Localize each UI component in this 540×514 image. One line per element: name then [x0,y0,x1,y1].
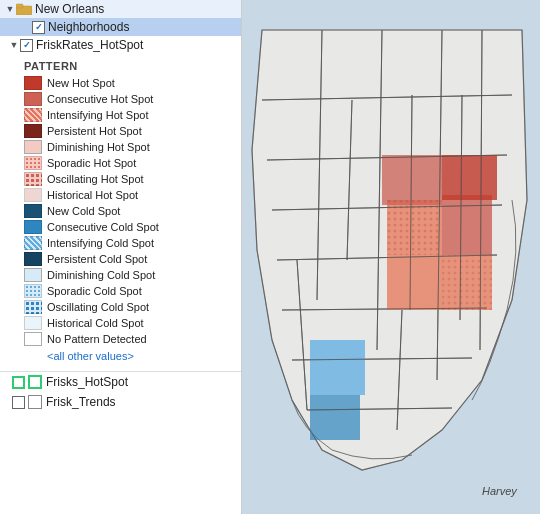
swatch-oscillating-cold [24,300,42,314]
label-historical-cold: Historical Cold Spot [47,317,144,329]
svg-rect-23 [382,155,442,205]
checkbox-neighborhoods[interactable] [32,21,45,34]
svg-rect-26 [442,255,492,310]
toggle-neighborhoods[interactable] [20,21,32,33]
swatch-diminishing-cold [24,268,42,282]
label-sporadic-cold: Sporadic Cold Spot [47,285,142,297]
frisk-trends-icon [28,395,42,409]
label-persistent-cold: Persistent Cold Spot [47,253,147,265]
legend-intensifying-cold: Intensifying Cold Spot [24,235,233,251]
neighborhoods-label: Neighborhoods [48,20,129,34]
frisks-hotspot-label: Frisks_HotSpot [46,375,128,389]
legend-diminishing-hot: Diminishing Hot Spot [24,139,233,155]
label-new-cold: New Cold Spot [47,205,120,217]
swatch-persistent-cold [24,252,42,266]
svg-rect-1 [16,4,23,8]
toggle-new-orleans[interactable]: ▼ [4,3,16,15]
layer-panel[interactable]: ▼ New Orleans Neighborhoods ▼ FriskRates… [0,0,242,514]
svg-rect-24 [442,155,497,200]
svg-rect-21 [387,255,442,310]
legend-sporadic-hot: Sporadic Hot Spot [24,155,233,171]
frisk-trends-label: Frisk_Trends [46,395,116,409]
legend-historical-hot: Historical Hot Spot [24,187,233,203]
swatch-consecutive-hot [24,92,42,106]
toggle-friskrates[interactable]: ▼ [8,39,20,51]
checkbox-frisk-trends[interactable] [12,396,25,409]
svg-rect-25 [387,200,442,255]
svg-rect-28 [310,395,360,440]
swatch-intensifying-hot [24,108,42,122]
tree-item-friskrates[interactable]: ▼ FriskRates_HotSpot [0,36,241,54]
label-consecutive-cold: Consecutive Cold Spot [47,221,159,233]
swatch-diminishing-hot [24,140,42,154]
svg-text:Harvey: Harvey [482,485,518,497]
tree-item-frisks-hotspot[interactable]: Frisks_HotSpot [0,372,241,392]
label-no-pattern: No Pattern Detected [47,333,147,345]
map-svg: Harvey [242,0,540,514]
friskrates-label: FriskRates_HotSpot [36,38,143,52]
label-oscillating-cold: Oscillating Cold Spot [47,301,149,313]
legend-persistent-cold: Persistent Cold Spot [24,251,233,267]
legend-sporadic-cold: Sporadic Cold Spot [24,283,233,299]
label-oscillating-hot: Oscillating Hot Spot [47,173,144,185]
swatch-intensifying-cold [24,236,42,250]
tree-item-neighborhoods[interactable]: Neighborhoods [0,18,241,36]
all-other-values[interactable]: <all other values> [24,350,233,362]
label-consecutive-hot: Consecutive Hot Spot [47,93,153,105]
checkbox-friskrates[interactable] [20,39,33,52]
legend-consecutive-cold: Consecutive Cold Spot [24,219,233,235]
label-persistent-hot: Persistent Hot Spot [47,125,142,137]
legend-oscillating-cold: Oscillating Cold Spot [24,299,233,315]
legend-persistent-hot: Persistent Hot Spot [24,123,233,139]
checkbox-frisks-hotspot[interactable] [12,376,25,389]
swatch-consecutive-cold [24,220,42,234]
frisks-hotspot-icon [28,375,42,389]
legend-intensifying-hot: Intensifying Hot Spot [24,107,233,123]
swatch-new-hot [24,76,42,90]
label-diminishing-cold: Diminishing Cold Spot [47,269,155,281]
swatch-new-cold [24,204,42,218]
label-intensifying-hot: Intensifying Hot Spot [47,109,149,121]
legend-new-hot: New Hot Spot [24,75,233,91]
swatch-persistent-hot [24,124,42,138]
label-sporadic-hot: Sporadic Hot Spot [47,157,136,169]
root-label: New Orleans [35,2,104,16]
pattern-section: PATTERN New Hot Spot Consecutive Hot Spo… [0,54,241,367]
legend-no-pattern: No Pattern Detected [24,331,233,347]
swatch-historical-cold [24,316,42,330]
label-intensifying-cold: Intensifying Cold Spot [47,237,154,249]
tree-item-frisk-trends[interactable]: Frisk_Trends [0,392,241,412]
swatch-oscillating-hot [24,172,42,186]
legend-oscillating-hot: Oscillating Hot Spot [24,171,233,187]
svg-rect-20 [442,195,492,255]
swatch-sporadic-cold [24,284,42,298]
swatch-sporadic-hot [24,156,42,170]
folder-icon [16,3,32,15]
label-diminishing-hot: Diminishing Hot Spot [47,141,150,153]
bottom-layers: Frisks_HotSpot Frisk_Trends [0,371,241,412]
pattern-header: PATTERN [24,60,233,72]
legend-historical-cold: Historical Cold Spot [24,315,233,331]
tree-root-new-orleans[interactable]: ▼ New Orleans [0,0,241,18]
svg-rect-27 [310,340,365,395]
legend-consecutive-hot: Consecutive Hot Spot [24,91,233,107]
legend-new-cold: New Cold Spot [24,203,233,219]
map-panel[interactable]: Harvey [242,0,540,514]
label-historical-hot: Historical Hot Spot [47,189,138,201]
label-new-hot: New Hot Spot [47,77,115,89]
legend-diminishing-cold: Diminishing Cold Spot [24,267,233,283]
swatch-historical-hot [24,188,42,202]
swatch-no-pattern [24,332,42,346]
map-container[interactable]: Harvey [242,0,540,514]
